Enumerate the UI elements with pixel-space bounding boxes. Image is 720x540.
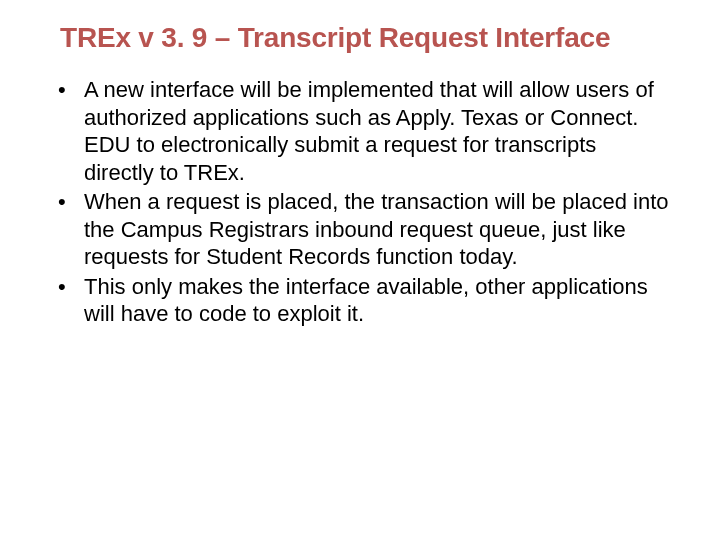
- list-item: This only makes the interface available,…: [48, 273, 672, 328]
- list-item: When a request is placed, the transactio…: [48, 188, 672, 271]
- slide-title: TREx v 3. 9 – Transcript Request Interfa…: [48, 22, 672, 54]
- bullet-list: A new interface will be implemented that…: [48, 76, 672, 328]
- list-item: A new interface will be implemented that…: [48, 76, 672, 186]
